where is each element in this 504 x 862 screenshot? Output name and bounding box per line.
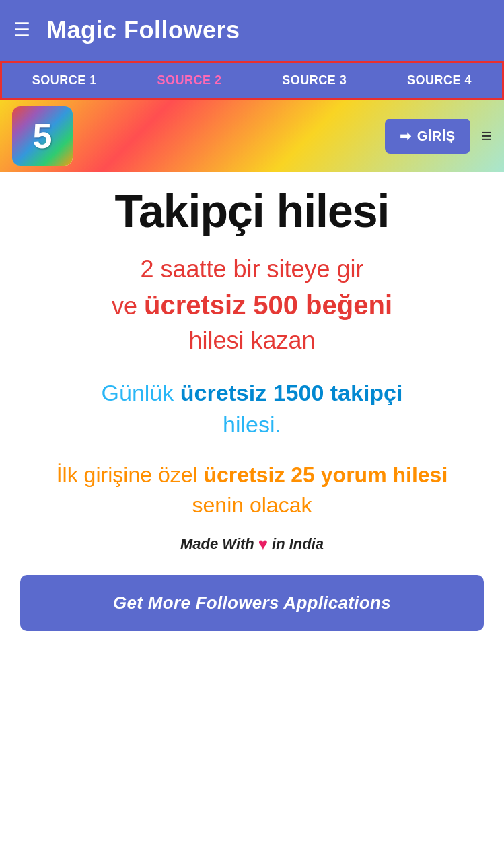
login-icon: ➡ (400, 128, 412, 144)
cta-button[interactable]: Get More Followers Applications (20, 575, 484, 631)
promo-text-1: 2 saatte bir siteye gir ve ücretsiz 500 … (20, 253, 484, 358)
tab-source1[interactable]: SOURCE 1 (2, 63, 127, 98)
website-banner: 5 ➡ GİRİŞ ≡ (0, 100, 504, 172)
heart-icon: ♥ (258, 535, 268, 554)
main-heading: Takipçi hilesi (20, 186, 484, 236)
app-title: Magic Followers (46, 16, 240, 44)
promo-text-2: Günlük ücretsiz 1500 takipçi hilesi. (20, 377, 484, 441)
banner-right: ➡ GİRİŞ ≡ (385, 119, 492, 154)
main-content: Takipçi hilesi 2 saatte bir siteye gir v… (0, 172, 504, 658)
tab-source4[interactable]: SOURCE 4 (377, 63, 502, 98)
made-with: Made With ♥ in India (20, 535, 484, 554)
banner-menu-icon[interactable]: ≡ (481, 127, 492, 145)
source-tabs: SOURCE 1 SOURCE 2 SOURCE 3 SOURCE 4 (0, 61, 504, 100)
hamburger-icon[interactable]: ☰ (13, 21, 30, 40)
banner-logo: 5 (12, 106, 73, 166)
login-button[interactable]: ➡ GİRİŞ (385, 119, 470, 154)
promo-text-3: İlk girişine özel ücretsiz 25 yorum hile… (20, 460, 484, 521)
tab-source3[interactable]: SOURCE 3 (252, 63, 377, 98)
app-bar: ☰ Magic Followers (0, 0, 504, 61)
tab-source2[interactable]: SOURCE 2 (127, 63, 252, 98)
